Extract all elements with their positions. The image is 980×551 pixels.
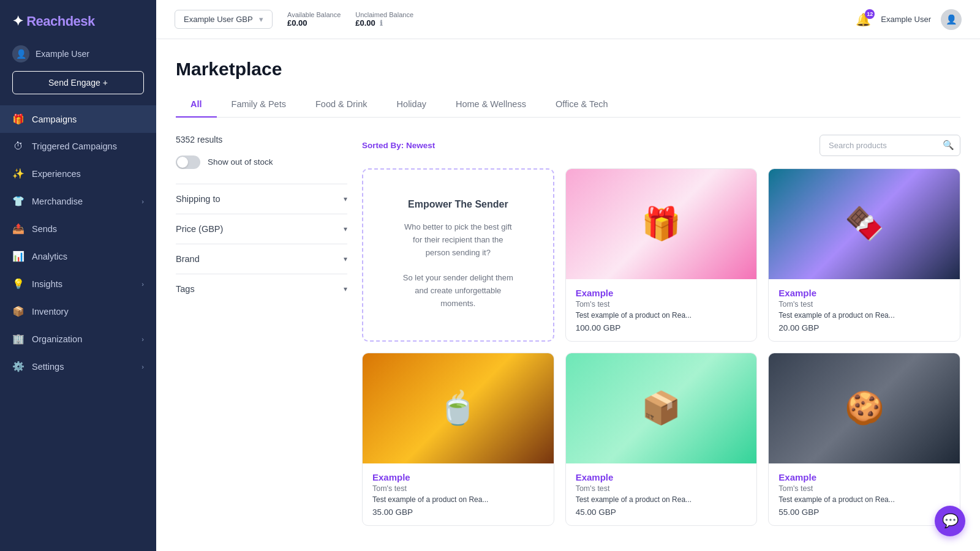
sidebar-user-icon: 👤 — [12, 45, 29, 62]
product-price-p4: 45.00 GBP — [576, 508, 747, 517]
filters-container: Shipping to ▾ Price (GBP) ▾ Brand ▾ Tags… — [176, 184, 347, 304]
filter-header-price[interactable]: Price (GBP) ▾ — [176, 224, 347, 234]
category-tabs: AllFamily & PetsFood & DrinkHolidayHome … — [176, 93, 960, 118]
brand-logo: ✦ Reachdesk — [0, 0, 156, 40]
chat-bubble[interactable]: 💬 — [935, 506, 965, 536]
product-card-p5[interactable]: 🍪 Example Tom's test Test example of a p… — [768, 353, 960, 526]
product-img-p1: 🎁 — [566, 169, 757, 279]
product-sub-p1: Tom's test — [576, 300, 747, 309]
filter-chevron-shipping-to: ▾ — [344, 195, 347, 203]
info-icon[interactable]: ℹ — [380, 19, 383, 28]
filters-panel: 5352 results Show out of stock Shipping … — [176, 135, 347, 526]
empower-card[interactable]: Empower The Sender Who better to pick th… — [362, 168, 554, 342]
filter-label-brand: Brand — [176, 254, 200, 264]
nav-chevron-settings: › — [141, 363, 144, 370]
product-info-p3: Example Tom's test Test example of a pro… — [363, 463, 554, 525]
nav-icon-campaigns: 🎁 — [12, 113, 24, 125]
product-desc-p1: Test example of a product on Rea... — [576, 311, 747, 320]
chat-icon: 💬 — [942, 513, 959, 529]
send-engage-button[interactable]: Send Engage + — [12, 71, 144, 94]
topbar-right: 🔔 12 Example User 👤 — [856, 9, 962, 30]
main-area: Example User GBP ▾ Available Balance £0.… — [156, 0, 980, 551]
product-img-p2: 🍫 — [769, 169, 960, 279]
tab-all[interactable]: All — [176, 93, 217, 118]
nav-icon-insights: 💡 — [12, 278, 24, 290]
nav-icon-settings: ⚙️ — [12, 361, 24, 372]
account-selector-chevron: ▾ — [259, 15, 263, 24]
product-card-p1[interactable]: 🎁 Example Tom's test Test example of a p… — [565, 168, 758, 342]
sorted-by-value[interactable]: Newest — [406, 141, 435, 150]
product-sub-p5: Tom's test — [778, 484, 950, 493]
product-img-p3: 🍵 — [363, 353, 554, 463]
account-selector-label: Example User GBP — [184, 15, 253, 24]
nav-label-campaigns: Campaigns — [32, 114, 77, 124]
product-card-p3[interactable]: 🍵 Example Tom's test Test example of a p… — [362, 353, 554, 526]
sidebar-item-merchandise[interactable]: 👕 Merchandise › — [0, 187, 156, 215]
sidebar-item-sends[interactable]: 📤 Sends — [0, 215, 156, 242]
product-price-p3: 35.00 GBP — [372, 508, 544, 517]
nav-label-sends: Sends — [32, 224, 57, 234]
products-toolbar: Sorted By: Newest 🔍 — [362, 135, 960, 156]
product-sub-p4: Tom's test — [576, 484, 747, 493]
tab-family-pets[interactable]: Family & Pets — [217, 93, 301, 118]
unclaimed-balance-value: £0.00 ℹ — [355, 18, 413, 28]
product-info-p4: Example Tom's test Test example of a pro… — [566, 463, 757, 525]
nav-label-triggered-campaigns: Triggered Campaigns — [32, 141, 117, 151]
nav-label-merchandise: Merchandise — [32, 197, 83, 206]
filter-header-brand[interactable]: Brand ▾ — [176, 254, 347, 264]
filter-shipping-to: Shipping to ▾ — [176, 184, 347, 214]
marketplace-body: 5352 results Show out of stock Shipping … — [176, 135, 960, 526]
product-name-p5: Example — [778, 472, 950, 482]
filter-label-tags: Tags — [176, 284, 195, 294]
sidebar-item-organization[interactable]: 🏢 Organization › — [0, 325, 156, 353]
filter-header-tags[interactable]: Tags ▾ — [176, 284, 347, 294]
product-card-p2[interactable]: 🍫 Example Tom's test Test example of a p… — [768, 168, 960, 342]
sidebar-item-triggered-campaigns[interactable]: ⏱ Triggered Campaigns — [0, 133, 156, 160]
tab-holiday[interactable]: Holiday — [382, 93, 441, 118]
product-name-p3: Example — [372, 472, 544, 482]
filter-chevron-tags: ▾ — [344, 285, 347, 293]
filter-header-shipping-to[interactable]: Shipping to ▾ — [176, 194, 347, 204]
product-desc-p4: Test example of a product on Rea... — [576, 495, 747, 504]
sidebar-item-inventory[interactable]: 📦 Inventory — [0, 298, 156, 325]
notification-bell[interactable]: 🔔 12 — [856, 12, 871, 27]
nav-icon-merchandise: 👕 — [12, 195, 24, 207]
sidebar-item-analytics[interactable]: 📊 Analytics — [0, 242, 156, 270]
sidebar-item-insights[interactable]: 💡 Insights › — [0, 270, 156, 298]
nav-icon-triggered-campaigns: ⏱ — [12, 141, 24, 152]
nav-icon-analytics: 📊 — [12, 250, 24, 262]
empower-text: Who better to pick the best gift for the… — [403, 221, 513, 310]
search-input[interactable] — [820, 135, 960, 156]
nav-icon-experiences: ✨ — [12, 168, 24, 179]
tab-food-drink[interactable]: Food & Drink — [301, 93, 382, 118]
nav-label-experiences: Experiences — [32, 169, 81, 179]
nav-label-insights: Insights — [32, 279, 62, 289]
product-desc-p3: Test example of a product on Rea... — [372, 495, 544, 504]
nav-icon-organization: 🏢 — [12, 333, 24, 345]
sidebar-item-experiences[interactable]: ✨ Experiences — [0, 160, 156, 187]
page-title: Marketplace — [176, 59, 960, 80]
sidebar-user: 👤 Example User — [0, 40, 156, 71]
user-avatar[interactable]: 👤 — [941, 9, 962, 30]
nav-chevron-merchandise: › — [141, 198, 144, 205]
available-balance-group: Available Balance £0.00 — [287, 11, 341, 28]
tab-home-wellness[interactable]: Home & Wellness — [441, 93, 541, 118]
results-count: 5352 results — [176, 135, 347, 144]
stock-toggle-label: Show out of stock — [208, 157, 273, 167]
product-card-p4[interactable]: 📦 Example Tom's test Test example of a p… — [565, 353, 758, 526]
out-of-stock-toggle[interactable] — [176, 156, 200, 169]
notification-badge: 12 — [865, 9, 875, 19]
product-name-p1: Example — [576, 288, 747, 298]
filter-price: Price (GBP) ▾ — [176, 214, 347, 244]
filter-chevron-brand: ▾ — [344, 255, 347, 263]
sidebar-item-campaigns[interactable]: 🎁 Campaigns — [0, 105, 156, 133]
search-icon[interactable]: 🔍 — [943, 140, 954, 151]
sidebar-user-label: Example User — [36, 49, 89, 59]
nav-label-inventory: Inventory — [32, 307, 69, 317]
sidebar-item-settings[interactable]: ⚙️ Settings › — [0, 353, 156, 380]
tab-office-tech[interactable]: Office & Tech — [541, 93, 623, 118]
product-img-p4: 📦 — [566, 353, 757, 463]
nav-menu: 🎁 Campaigns ⏱ Triggered Campaigns ✨ Expe… — [0, 105, 156, 380]
product-name-p4: Example — [576, 472, 747, 482]
account-selector[interactable]: Example User GBP ▾ — [175, 10, 273, 29]
